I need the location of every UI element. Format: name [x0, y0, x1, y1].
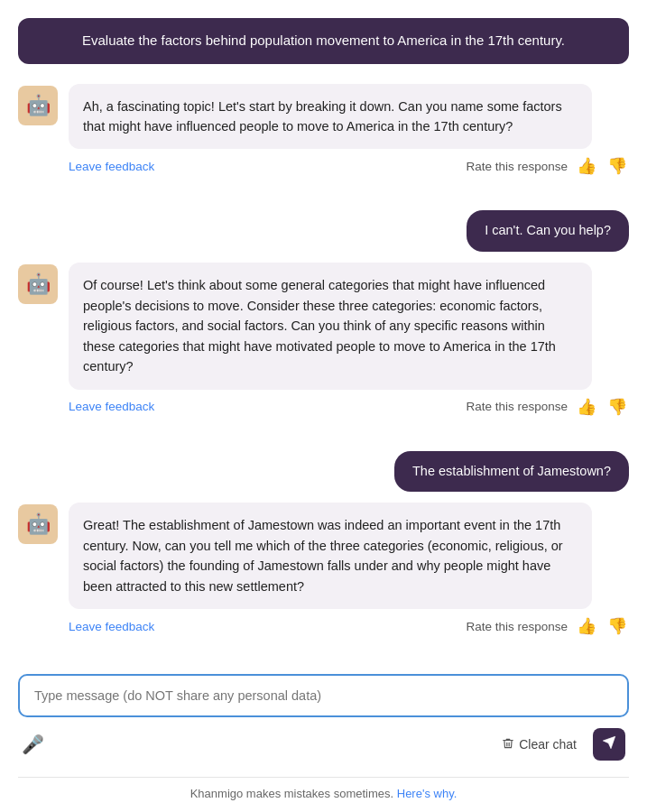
message-group-3: 🤖 Great! The establishment of Jamestown …	[18, 503, 629, 643]
feedback-row-3: Leave feedback Rate this response 👍 👎	[18, 614, 629, 638]
rate-row-1: Rate this response 👍 👎	[466, 154, 629, 178]
rate-label-2: Rate this response	[466, 400, 568, 413]
thumbs-down-btn-3[interactable]: 👎	[605, 614, 629, 638]
clear-chat-label: Clear chat	[519, 737, 577, 752]
bottom-bar: 🎤 Clear chat	[18, 728, 629, 773]
message-input-area	[18, 674, 629, 717]
thumbs-down-btn-2[interactable]: 👎	[605, 395, 629, 419]
leave-feedback-link-2[interactable]: Leave feedback	[69, 400, 154, 413]
footer: Khanmigo makes mistakes sometimes. Here'…	[18, 787, 629, 812]
footer-divider	[18, 777, 629, 778]
bot-message-row-2: 🤖 Of course! Let's think about some gene…	[18, 263, 629, 389]
send-button[interactable]	[593, 728, 625, 761]
rate-label-3: Rate this response	[466, 620, 568, 633]
send-icon	[602, 735, 616, 753]
thumbs-up-btn-3[interactable]: 👍	[575, 614, 598, 638]
thumbs-up-btn-2[interactable]: 👍	[575, 395, 598, 419]
user-message-row-1: I can't. Can you help?	[18, 210, 629, 252]
bot-avatar-1: 🤖	[18, 86, 58, 125]
user-bubble-2: The establishment of Jamestown?	[394, 451, 629, 493]
topic-banner: Evaluate the factors behind population m…	[18, 18, 629, 64]
rate-label-1: Rate this response	[466, 160, 568, 173]
leave-feedback-link-3[interactable]: Leave feedback	[69, 620, 154, 633]
right-actions: Clear chat	[493, 728, 625, 761]
message-input[interactable]	[34, 688, 613, 703]
mic-icon: 🎤	[22, 734, 44, 754]
leave-feedback-link-1[interactable]: Leave feedback	[69, 160, 154, 173]
footer-link[interactable]: Here's why.	[397, 787, 458, 800]
rate-row-2: Rate this response 👍 👎	[466, 395, 629, 419]
thumbs-down-btn-1[interactable]: 👎	[605, 154, 629, 178]
bot-bubble-2: Of course! Let's think about some genera…	[69, 263, 592, 389]
thumbs-up-btn-1[interactable]: 👍	[575, 154, 598, 178]
clear-chat-icon	[502, 737, 514, 752]
clear-chat-button[interactable]: Clear chat	[493, 732, 586, 758]
bot-bubble-1: Ah, a fascinating topic! Let's start by …	[69, 84, 592, 150]
feedback-row-2: Leave feedback Rate this response 👍 👎	[18, 395, 629, 419]
user-bubble-1: I can't. Can you help?	[467, 210, 629, 252]
bot-message-row-3: 🤖 Great! The establishment of Jamestown …	[18, 503, 629, 609]
bot-avatar-3: 🤖	[18, 504, 58, 544]
mic-button[interactable]: 🎤	[22, 734, 44, 755]
user-message-row-2: The establishment of Jamestown?	[18, 451, 629, 493]
rate-row-3: Rate this response 👍 👎	[466, 614, 629, 638]
feedback-row-1: Leave feedback Rate this response 👍 👎	[18, 154, 629, 178]
bot-avatar-2: 🤖	[18, 264, 58, 304]
message-group-2: 🤖 Of course! Let's think about some gene…	[18, 263, 629, 423]
bot-message-row-1: 🤖 Ah, a fascinating topic! Let's start b…	[18, 84, 629, 150]
bot-bubble-3: Great! The establishment of Jamestown wa…	[69, 503, 592, 609]
message-group-1: 🤖 Ah, a fascinating topic! Let's start b…	[18, 84, 629, 184]
footer-text: Khanmigo makes mistakes sometimes.	[190, 787, 393, 800]
